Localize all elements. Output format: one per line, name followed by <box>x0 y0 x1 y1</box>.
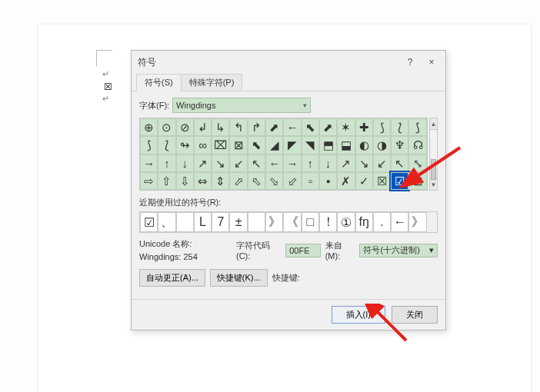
close-icon[interactable]: × <box>421 54 442 71</box>
recent-symbol[interactable]: ± <box>229 212 247 232</box>
tab-symbols[interactable]: 符号(S) <box>136 74 182 91</box>
symbol-cell[interactable]: ⬓ <box>337 136 355 154</box>
recent-symbol[interactable]: 《 <box>283 212 301 232</box>
symbol-cell[interactable]: ⟆ <box>373 118 391 136</box>
symbol-cell[interactable]: ⇧ <box>158 172 175 190</box>
symbol-cell[interactable]: ✗ <box>337 172 355 190</box>
symbol-cell[interactable]: ◥ <box>302 136 319 154</box>
char-code-label: 字符代码(C): <box>236 240 281 261</box>
symbol-cell[interactable]: ✶ <box>337 118 355 136</box>
symbol-cell[interactable]: ⟅ <box>391 118 408 136</box>
autocorrect-button[interactable]: 自动更正(A)... <box>139 269 205 287</box>
recent-symbol[interactable]: ！ <box>319 212 337 232</box>
scroll-down-icon[interactable]: ▼ <box>430 178 437 190</box>
symbol-cell[interactable]: ⬂ <box>265 172 283 190</box>
symbol-cell[interactable]: ↑ <box>158 154 175 172</box>
recent-symbol[interactable]: ① <box>337 212 355 232</box>
scroll-up-icon[interactable]: ▲ <box>430 118 437 130</box>
symbol-cell[interactable]: → <box>140 154 158 172</box>
symbol-cell[interactable]: ⤡ <box>408 154 426 172</box>
symbol-cell[interactable]: ⬈ <box>265 118 283 136</box>
symbol-cell[interactable]: ♆ <box>391 136 408 154</box>
symbol-cell[interactable]: ☒ <box>373 172 391 190</box>
recent-symbol[interactable]: ☑ <box>140 212 158 232</box>
symbol-cell[interactable]: ⬉ <box>302 118 319 136</box>
recent-symbol[interactable] <box>248 212 265 232</box>
unicode-name-block: Unicode 名称: Wingdings: 254 <box>139 238 232 263</box>
recent-symbol[interactable]: fŋ <box>355 212 373 232</box>
symbol-cell[interactable]: ⊘ <box>176 118 194 136</box>
symbol-cell[interactable]: ↰ <box>229 118 247 136</box>
symbol-cell[interactable]: ⇨ <box>140 172 158 190</box>
tab-special-chars[interactable]: 特殊字符(P) <box>181 74 243 91</box>
help-button[interactable]: ? <box>399 54 421 71</box>
symbol-cell[interactable]: ⊞ <box>408 172 426 190</box>
symbol-cell[interactable]: ⟆ <box>140 136 158 154</box>
recent-symbol[interactable]: 7 <box>212 212 229 232</box>
symbol-cell[interactable]: ✓ <box>355 172 373 190</box>
font-select[interactable]: Wingdings ▾ <box>172 98 311 113</box>
symbol-cell[interactable]: ↗ <box>337 154 355 172</box>
symbol-cell[interactable]: ↬ <box>176 136 194 154</box>
symbol-cell[interactable]: ↘ <box>355 154 373 172</box>
symbol-cell[interactable]: ↘ <box>212 154 229 172</box>
symbol-cell[interactable]: ⬀ <box>229 172 247 190</box>
insert-button[interactable]: 插入(I) <box>332 306 385 324</box>
symbol-cell[interactable]: ◤ <box>283 136 301 154</box>
symbol-cell[interactable]: ⬉ <box>248 136 265 154</box>
recent-symbol[interactable]: ← <box>391 212 408 232</box>
titlebar[interactable]: 符号 ? × <box>132 51 445 74</box>
recent-symbol[interactable]: □ <box>302 212 319 232</box>
symbol-cell[interactable]: ⊕ <box>140 118 158 136</box>
symbol-cell[interactable]: ☑ <box>391 172 408 190</box>
symbol-cell[interactable]: ↙ <box>229 154 247 172</box>
symbol-cell[interactable]: ↖ <box>248 154 265 172</box>
symbol-cell[interactable]: ⬒ <box>319 136 337 154</box>
from-select[interactable]: 符号(十六进制) ▾ <box>359 244 438 257</box>
recent-symbol[interactable]: . <box>373 212 391 232</box>
scroll-track[interactable] <box>430 130 437 178</box>
symbol-cell[interactable]: ↙ <box>373 154 391 172</box>
scrollbar[interactable]: ▲ ▼ <box>429 118 438 191</box>
symbol-cell[interactable]: ⊠ <box>229 136 247 154</box>
symbol-cell[interactable]: ⊙ <box>158 118 175 136</box>
symbol-cell[interactable]: ⬃ <box>283 172 301 190</box>
symbol-cell[interactable]: ⬈ <box>319 118 337 136</box>
char-code-input[interactable]: 00FE <box>285 244 320 257</box>
symbol-cell[interactable]: ◢ <box>265 136 283 154</box>
symbol-cell[interactable]: ↳ <box>212 118 229 136</box>
shortcut-key-button[interactable]: 快捷键(K)... <box>210 269 268 287</box>
recent-symbol[interactable]: 》 <box>265 212 283 232</box>
symbol-cell[interactable]: ⇕ <box>212 172 229 190</box>
close-button[interactable]: 关闭 <box>392 306 438 324</box>
symbol-cell[interactable]: ↱ <box>248 118 265 136</box>
symbol-cell[interactable]: ⟆ <box>408 118 426 136</box>
symbol-cell[interactable]: ↑ <box>302 154 319 172</box>
recent-symbol[interactable]: 、 <box>158 212 175 232</box>
recent-symbol[interactable]: 》 <box>408 212 426 232</box>
symbol-cell[interactable]: ↓ <box>176 154 194 172</box>
symbol-cell[interactable]: ← <box>283 118 301 136</box>
symbol-cell[interactable]: ⌧ <box>212 136 229 154</box>
symbol-cell[interactable]: ⟅ <box>158 136 175 154</box>
symbol-cell[interactable]: ↗ <box>194 154 212 172</box>
symbol-cell[interactable]: ⇩ <box>176 172 194 190</box>
symbol-cell[interactable]: ▪ <box>319 172 337 190</box>
symbol-cell[interactable]: ◐ <box>355 136 373 154</box>
symbol-cell[interactable]: ▫ <box>302 172 319 190</box>
symbol-cell[interactable]: ↖ <box>391 154 408 172</box>
symbol-cell[interactable]: ∞ <box>194 136 212 154</box>
scroll-thumb[interactable] <box>431 159 436 180</box>
symbol-cell[interactable]: ◑ <box>373 136 391 154</box>
symbol-cell[interactable]: ⬁ <box>248 172 265 190</box>
symbol-cell[interactable]: ↲ <box>194 118 212 136</box>
symbol-cell[interactable]: ✚ <box>355 118 373 136</box>
symbol-cell[interactable]: ↓ <box>319 154 337 172</box>
recent-symbol[interactable] <box>176 212 194 232</box>
symbol-cell[interactable]: ☊ <box>408 136 426 154</box>
symbol-cell[interactable]: → <box>283 154 301 172</box>
recent-symbol[interactable]: L <box>194 212 212 232</box>
symbol-cell[interactable]: ← <box>265 154 283 172</box>
chevron-down-icon: ▾ <box>303 101 307 109</box>
symbol-cell[interactable]: ⇔ <box>194 172 212 190</box>
